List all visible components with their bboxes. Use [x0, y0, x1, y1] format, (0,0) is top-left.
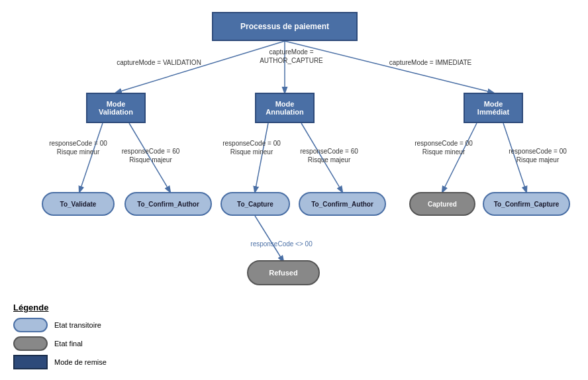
mode-immediat-node: ModeImmédiat — [464, 93, 523, 123]
refused-node: Refused — [247, 260, 320, 285]
legend-item-transitoire: Etat transitoire — [13, 318, 107, 332]
legend: Légende Etat transitoire Etat final Mode… — [13, 303, 107, 373]
label-val-high: responseCode = 60Risque majeur — [116, 147, 185, 164]
to-capture-node: To_Capture — [220, 192, 290, 216]
to-validate-label: To_Validate — [60, 201, 97, 208]
label-val-low: responseCode = 00Risque mineur — [45, 139, 111, 156]
legend-shape-rect-dark — [13, 355, 48, 369]
refused-label: Refused — [269, 269, 297, 277]
svg-line-5 — [255, 123, 268, 192]
to-confirm-capture-node: To_Confirm_Capture — [483, 192, 570, 216]
captured-node: Captured — [409, 192, 475, 216]
mode-validation-label: ModeValidation — [99, 100, 133, 116]
captured-label: Captured — [428, 201, 457, 208]
to-confirm-author2-label: To_Confirm_Author — [311, 201, 373, 208]
legend-text-transitoire: Etat transitoire — [54, 321, 101, 329]
mode-annulation-label: ModeAnnulation — [266, 100, 303, 116]
root-label: Processus de paiement — [240, 22, 329, 31]
legend-shape-ellipse-blue — [13, 318, 48, 332]
to-confirm-capture-label: To_Confirm_Capture — [494, 201, 560, 208]
to-capture-label: To_Capture — [237, 201, 273, 208]
legend-shape-ellipse-gray — [13, 336, 48, 351]
svg-line-7 — [442, 123, 477, 192]
root-node: Processus de paiement — [212, 12, 358, 41]
label-refused: responseCode <> 00 — [235, 240, 328, 248]
label-ann-low: responseCode = 00Risque mineur — [219, 139, 285, 156]
label-imm-high: responseCode = 00Risque majeur — [505, 147, 571, 164]
to-confirm-author-label: To_Confirm_Author — [137, 201, 199, 208]
label-ann-high: responseCode = 60Risque majeur — [296, 147, 362, 164]
mode-immediat-label: ModeImmédiat — [477, 100, 509, 116]
diagram-container: Processus de paiement ModeValidation Mod… — [0, 0, 588, 324]
svg-line-9 — [255, 216, 283, 261]
to-confirm-author-node: To_Confirm_Author — [124, 192, 212, 216]
label-validation: captureMode = VALIDATION — [113, 58, 205, 67]
legend-text-remise: Mode de remise — [54, 358, 107, 366]
label-imm-low: responseCode = 00Risque mineur — [411, 139, 477, 156]
mode-annulation-node: ModeAnnulation — [255, 93, 315, 123]
label-author-capture: captureMode = AUTHOR_CAPTURE — [242, 48, 341, 65]
legend-item-remise: Mode de remise — [13, 355, 107, 369]
legend-text-final: Etat final — [54, 340, 83, 348]
legend-item-final: Etat final — [13, 336, 107, 351]
to-validate-node: To_Validate — [42, 192, 115, 216]
svg-line-3 — [79, 123, 103, 192]
mode-validation-node: ModeValidation — [86, 93, 146, 123]
label-immediate: captureMode = IMMEDIATE — [384, 58, 477, 67]
legend-title: Légende — [13, 303, 107, 312]
to-confirm-author2-node: To_Confirm_Author — [299, 192, 386, 216]
